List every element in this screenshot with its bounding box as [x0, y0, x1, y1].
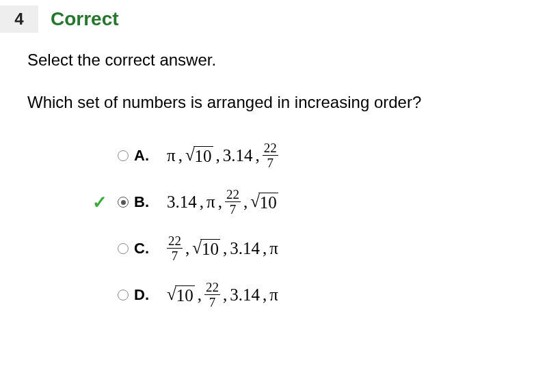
correct-mark-col: ✓ [88, 192, 112, 213]
option-answer: 227, √10, 3.14, π [167, 235, 278, 263]
term-fraction: 227 [167, 234, 183, 262]
option-answer: π, √10, 3.14, 227 [167, 142, 278, 170]
term-sqrt: √10 [185, 146, 213, 166]
check-icon: ✓ [92, 192, 107, 213]
term-sqrt: √10 [192, 239, 220, 259]
term-sqrt: √10 [167, 285, 195, 305]
term-decimal: 3.14 [230, 239, 260, 258]
separator: , [243, 193, 248, 212]
radio-col [112, 197, 134, 208]
term-pi: π [167, 146, 176, 165]
separator: , [200, 193, 204, 212]
question-number-box: 4 [0, 5, 38, 33]
term-pi: π [269, 239, 278, 258]
separator: , [263, 285, 267, 305]
term-pi: π [206, 193, 215, 212]
radio-col [112, 290, 134, 300]
question-text: Which set of numbers is arranged in incr… [27, 93, 520, 112]
option-row-b[interactable]: ✓B.3.14, π, 227, √10 [88, 187, 520, 217]
separator: , [216, 146, 220, 165]
option-letter: B. [134, 193, 167, 211]
term-sqrt: √10 [250, 193, 278, 212]
radio-dot [121, 200, 126, 205]
question-header: 4 Correct [0, 0, 547, 38]
separator: , [178, 146, 183, 165]
radio-col [112, 243, 134, 254]
options-list: A.π, √10, 3.14, 227✓B.3.14, π, 227, √10C… [27, 141, 520, 310]
option-answer: 3.14, π, 227, √10 [167, 188, 278, 216]
separator: , [185, 239, 189, 258]
option-row-d[interactable]: D.√10, 227, 3.14, π [88, 280, 520, 310]
radio-button[interactable] [118, 243, 129, 254]
option-answer: √10, 227, 3.14, π [167, 281, 278, 309]
question-prompt: Select the correct answer. [27, 51, 520, 70]
status-label: Correct [51, 8, 119, 30]
radio-button[interactable] [118, 290, 129, 300]
radio-button[interactable] [118, 197, 129, 208]
separator: , [263, 239, 267, 258]
term-fraction: 227 [225, 188, 241, 216]
term-decimal: 3.14 [230, 285, 260, 305]
question-body: Select the correct answer. Which set of … [0, 38, 547, 310]
term-decimal: 3.14 [223, 146, 253, 165]
term-pi: π [269, 285, 278, 305]
radio-col [112, 150, 134, 161]
separator: , [223, 239, 227, 258]
option-letter: D. [134, 286, 167, 304]
term-decimal: 3.14 [167, 193, 197, 212]
term-fraction: 227 [204, 281, 220, 309]
radio-button[interactable] [118, 150, 129, 161]
option-letter: C. [134, 240, 167, 257]
option-letter: A. [134, 147, 167, 165]
separator: , [256, 146, 260, 165]
term-fraction: 227 [263, 141, 278, 169]
option-row-c[interactable]: C.227, √10, 3.14, π [88, 234, 520, 264]
separator: , [218, 193, 222, 212]
question-number: 4 [14, 10, 23, 29]
separator: , [223, 285, 227, 305]
separator: , [198, 285, 202, 305]
option-row-a[interactable]: A.π, √10, 3.14, 227 [88, 141, 520, 171]
